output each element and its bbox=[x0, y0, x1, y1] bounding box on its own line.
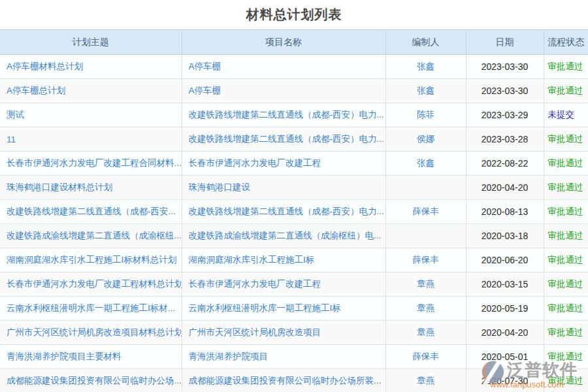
table-row: 测试改建铁路线增建第二线直通线（成都-西安）电力...陈菲2023-03-29未… bbox=[0, 103, 588, 127]
plan-subject-link[interactable]: 青海洪湖养护院项目主要材料 bbox=[7, 351, 122, 361]
flow-status-text: 审批通过 bbox=[548, 303, 583, 313]
column-header-flow-status: 流程状态 bbox=[544, 30, 588, 55]
plan-subject-link[interactable]: 测试 bbox=[7, 110, 24, 120]
plan-subject-link[interactable]: 长春市伊通河水力发电厂改建工程合同材料... bbox=[7, 158, 182, 168]
flow-status-text: 审批通过 bbox=[548, 206, 583, 216]
project-name-link[interactable]: 云南水利枢纽潜明水库一期工程施工I标 bbox=[189, 303, 341, 313]
project-name-link[interactable]: A停车棚 bbox=[189, 86, 221, 95]
creator-name: 章燕 bbox=[417, 376, 434, 385]
flow-status-text: 审批通过 bbox=[548, 61, 583, 71]
plan-subject-link[interactable]: 11 bbox=[7, 135, 16, 144]
date-value: 2020-04-20 bbox=[482, 182, 529, 193]
project-name-link[interactable]: 广州市天河区统计局机房改造项目 bbox=[189, 327, 321, 337]
flow-status-text: 审批通过 bbox=[548, 86, 583, 95]
plan-subject-link[interactable]: A停车棚材料总计划 bbox=[7, 61, 83, 71]
table-row: A停车棚材料总计划A停车棚张鑫2023-03-30审批通过 bbox=[0, 55, 588, 79]
creator-name: 薛保丰 bbox=[412, 255, 439, 265]
flow-status-text: 未提交 bbox=[548, 110, 575, 120]
creator-name: 薛保丰 bbox=[412, 351, 439, 361]
project-name-link[interactable]: 改建铁路成渝线增建第二直通线（成渝枢纽）电... bbox=[189, 231, 382, 240]
creator-name: 章燕 bbox=[417, 303, 434, 313]
project-name-link[interactable]: A停车棚 bbox=[189, 61, 221, 71]
flow-status-text: 审批通过 bbox=[548, 231, 583, 240]
plan-subject-link[interactable]: 湖南洞庭湖水库引水工程施工I标材料总计划 bbox=[7, 255, 176, 265]
plan-subject-link[interactable]: 改建铁路成渝线增建第二直通线（成渝枢纽... bbox=[7, 231, 182, 240]
plan-subject-link[interactable]: A停车棚总计划 bbox=[7, 86, 65, 95]
table-row: 青海洪湖养护院项目主要材料青海洪湖养护院项目薛保丰2020-05-01审批通过 bbox=[0, 345, 588, 369]
creator-name: 张鑫 bbox=[417, 158, 434, 168]
flow-status-text: 审批通过 bbox=[548, 255, 583, 265]
project-name-link[interactable]: 珠海鹤港口建设 bbox=[189, 182, 251, 192]
project-name-link[interactable]: 改建铁路线增建第二线直通线（成都-西安）电力... bbox=[189, 110, 384, 120]
project-name-link[interactable]: 改建铁路线增建第二线直通线（成都-西安）电力... bbox=[189, 206, 384, 216]
table-row: 改建铁路成渝线增建第二直通线（成渝枢纽...改建铁路成渝线增建第二直通线（成渝枢… bbox=[0, 224, 588, 248]
column-header-project-name: 项目名称 bbox=[182, 30, 385, 55]
project-name-link[interactable]: 长春市伊通河水力发电厂改建工程 bbox=[189, 279, 321, 289]
flow-status-text: 审批通过 bbox=[548, 279, 583, 289]
flow-status-text: 审批通过 bbox=[548, 376, 583, 385]
table-row: 云南水利枢纽潜明水库一期工程施工I标材...云南水利枢纽潜明水库一期工程施工I标… bbox=[0, 297, 588, 321]
creator-name: 张鑫 bbox=[417, 61, 434, 71]
table-body: A停车棚材料总计划A停车棚张鑫2023-03-30审批通过A停车棚总计划A停车棚… bbox=[0, 55, 588, 392]
column-header-plan-subject: 计划主题 bbox=[0, 30, 182, 55]
material-plan-table: 计划主题 项目名称 编制人 日期 流程状态 A停车棚材料总计划A停车棚张鑫202… bbox=[0, 30, 588, 392]
column-header-creator: 编制人 bbox=[385, 30, 466, 55]
flow-status-text: 审批通过 bbox=[548, 327, 583, 337]
plan-subject-link[interactable]: 云南水利枢纽潜明水库一期工程施工I标材... bbox=[7, 303, 175, 313]
table-row: 成都能源建设集团投资有限公司临时办公场...成都能源建设集团投资有限公司临时办公… bbox=[0, 369, 588, 392]
project-name-link[interactable]: 长春市伊通河水力发电厂改建工程 bbox=[189, 158, 321, 168]
flow-status-text: 审批通过 bbox=[548, 134, 583, 144]
table-row: 珠海鹤港口建设材料总计划珠海鹤港口建设2020-04-20审批通过 bbox=[0, 176, 588, 200]
creator-name: 章燕 bbox=[417, 327, 434, 337]
date-value: 2020-03-15 bbox=[482, 279, 529, 289]
creator-name: 陈菲 bbox=[417, 110, 434, 120]
flow-status-text: 审批通过 bbox=[548, 182, 583, 192]
date-value: 2020-06-20 bbox=[482, 255, 529, 265]
creator-name: 薛保丰 bbox=[412, 206, 439, 216]
date-value: 2020-05-19 bbox=[482, 303, 529, 314]
creator-name: 侯娜 bbox=[417, 134, 434, 144]
plan-subject-link[interactable]: 成都能源建设集团投资有限公司临时办公场... bbox=[7, 376, 182, 385]
date-value: 2020-08-13 bbox=[482, 206, 529, 217]
plan-subject-link[interactable]: 广州市天河区统计局机房改造项目材料总计划 bbox=[7, 327, 182, 337]
date-value: 2022-08-22 bbox=[482, 158, 529, 169]
date-value: 2023-03-29 bbox=[482, 110, 529, 120]
table-row: 改建铁路线增建第二线直通线（成都-西安...改建铁路线增建第二线直通线（成都-西… bbox=[0, 200, 588, 224]
plan-subject-link[interactable]: 改建铁路线增建第二线直通线（成都-西安... bbox=[7, 206, 176, 216]
table-row: 湖南洞庭湖水库引水工程施工I标材料总计划湖南洞庭湖水库引水工程施工I标薛保丰20… bbox=[0, 248, 588, 272]
table-row: 长春市伊通河水力发电厂改建工程合同材料...长春市伊通河水力发电厂改建工程张鑫2… bbox=[0, 152, 588, 176]
table-row: 广州市天河区统计局机房改造项目材料总计划广州市天河区统计局机房改造项目章燕202… bbox=[0, 321, 588, 345]
table-row: 长春市伊通河水力发电厂改建工程材料总计划长春市伊通河水力发电厂改建工程章燕202… bbox=[0, 272, 588, 297]
flow-status-text: 审批通过 bbox=[548, 158, 583, 168]
creator-name: 张鑫 bbox=[417, 86, 434, 95]
date-value: 2023-03-30 bbox=[482, 86, 529, 96]
table-header-row: 计划主题 项目名称 编制人 日期 流程状态 bbox=[0, 30, 588, 55]
table-row: A停车棚总计划A停车棚张鑫2023-03-30审批通过 bbox=[0, 79, 588, 103]
date-value: 2020-07-30 bbox=[482, 376, 529, 386]
date-value: 2020-03-18 bbox=[482, 231, 529, 241]
date-value: 2020-05-01 bbox=[482, 351, 529, 362]
project-name-link[interactable]: 成都能源建设集团投资有限公司临时办公场所装... bbox=[189, 376, 382, 385]
column-header-date: 日期 bbox=[466, 30, 544, 55]
project-name-link[interactable]: 改建铁路线增建第二线直通线（成都-西安）电力... bbox=[189, 134, 384, 144]
date-value: 2023-03-30 bbox=[482, 61, 529, 72]
creator-name: 章燕 bbox=[417, 279, 434, 289]
project-name-link[interactable]: 青海洪湖养护院项目 bbox=[189, 351, 269, 361]
plan-subject-link[interactable]: 长春市伊通河水力发电厂改建工程材料总计划 bbox=[7, 279, 182, 289]
date-value: 2023-03-28 bbox=[482, 134, 529, 144]
date-value: 2020-04-20 bbox=[482, 327, 529, 338]
project-name-link[interactable]: 湖南洞庭湖水库引水工程施工I标 bbox=[189, 255, 315, 265]
page-title: 材料总计划列表 bbox=[246, 6, 342, 24]
plan-subject-link[interactable]: 珠海鹤港口建设材料总计划 bbox=[7, 182, 112, 192]
flow-status-text: 审批通过 bbox=[548, 351, 583, 361]
page-header: 材料总计划列表 bbox=[0, 0, 588, 30]
table-row: 11改建铁路线增建第二线直通线（成都-西安）电力...侯娜2023-03-28审… bbox=[0, 127, 588, 152]
